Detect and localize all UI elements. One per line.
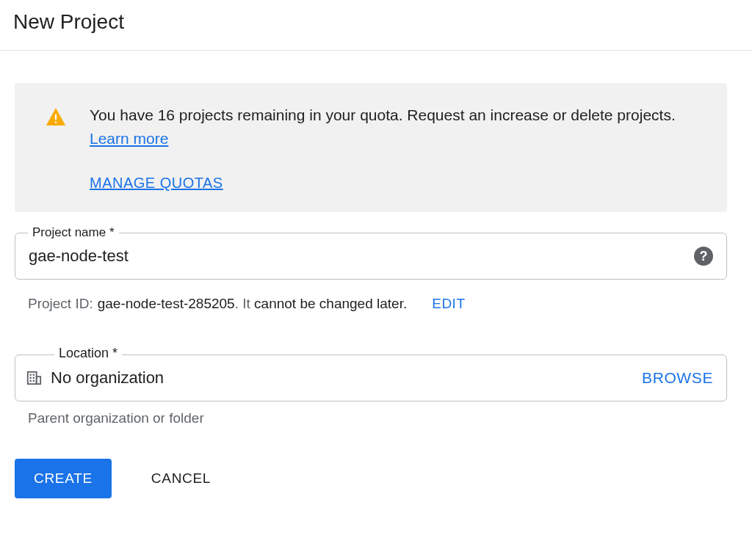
page-title: New Project xyxy=(13,10,739,34)
svg-rect-6 xyxy=(30,377,32,379)
svg-rect-3 xyxy=(37,377,40,384)
learn-more-link[interactable]: Learn more xyxy=(90,130,168,147)
action-row: CREATE CANCEL xyxy=(15,459,727,498)
location-field: Location * No organization BROWSE xyxy=(15,354,727,401)
svg-rect-2 xyxy=(28,372,37,385)
location-label: Location * xyxy=(54,346,122,361)
project-name-input[interactable] xyxy=(29,247,685,266)
svg-rect-7 xyxy=(33,377,35,379)
location-value: No organization xyxy=(51,368,633,388)
location-hint: Parent organization or folder xyxy=(15,410,727,426)
edit-project-id-button[interactable]: EDIT xyxy=(432,296,465,312)
svg-rect-1 xyxy=(55,122,57,123)
svg-rect-0 xyxy=(55,114,57,120)
quota-notice: You have 16 projects remaining in your q… xyxy=(15,83,727,212)
svg-rect-9 xyxy=(33,380,35,382)
svg-rect-8 xyxy=(30,380,32,382)
quota-message: You have 16 projects remaining in your q… xyxy=(90,103,706,150)
svg-rect-5 xyxy=(33,374,35,376)
project-id-row: Project ID: gae-node-test-285205. It can… xyxy=(15,296,727,312)
help-icon[interactable]: ? xyxy=(694,247,713,266)
organization-icon xyxy=(26,370,42,386)
browse-button[interactable]: BROWSE xyxy=(642,369,713,387)
project-name-label: Project name * xyxy=(28,225,119,240)
project-name-field: Project name * ? xyxy=(15,233,727,280)
warning-icon xyxy=(46,108,66,126)
create-button[interactable]: CREATE xyxy=(15,459,112,498)
cancel-button[interactable]: CANCEL xyxy=(151,470,211,487)
manage-quotas-link[interactable]: MANAGE QUOTAS xyxy=(90,175,223,192)
svg-rect-4 xyxy=(30,374,32,376)
page-header: New Project xyxy=(0,0,752,51)
